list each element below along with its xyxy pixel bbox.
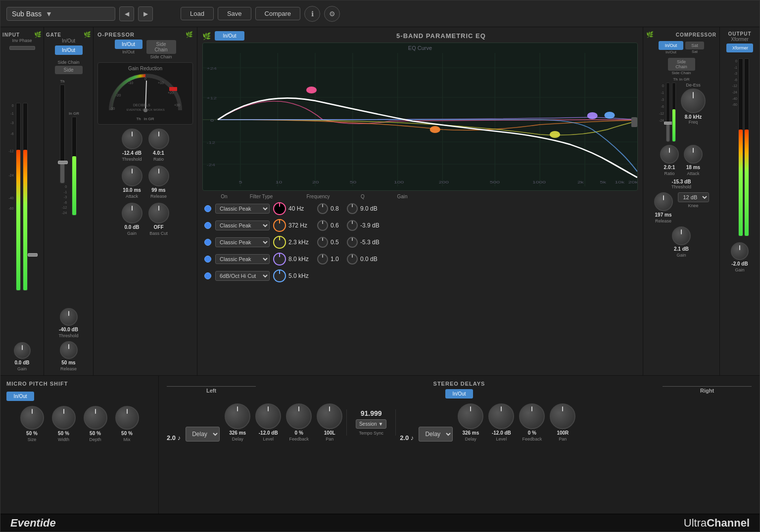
compare-button[interactable]: Compare: [255, 7, 300, 20]
left-delay-label: Delay: [232, 437, 243, 442]
opressor-ratio-label: Ratio: [153, 157, 164, 162]
eq-band3-freq-knob-icon: [273, 235, 286, 249]
svg-text:EVENTIDE CLOCK WORKS: EVENTIDE CLOCK WORKS: [127, 108, 165, 111]
opressor-gain-knob[interactable]: [122, 203, 142, 223]
compressor-knee-select[interactable]: 12 dB: [678, 192, 709, 202]
right-feedback-label: Feedback: [522, 437, 542, 442]
micro-pitch-mix-value: 50 %: [121, 431, 133, 436]
eq-band5-on-btn[interactable]: [204, 272, 211, 279]
eq-band1-gain-value: 9.0 dB: [360, 205, 385, 212]
comp-th-fader[interactable]: [666, 83, 670, 142]
eq-band5-filter-select[interactable]: 6dB/Oct Hi Cut: [215, 271, 270, 281]
left-delay-type-select[interactable]: Delay: [186, 427, 220, 442]
micro-pitch-inout-toggle[interactable]: In/Out: [6, 392, 34, 401]
stereo-delays-inout-toggle[interactable]: In/Out: [445, 389, 473, 399]
eq-band1-filter-select[interactable]: Classic Peak: [215, 204, 270, 214]
opressor-attack-knob[interactable]: [122, 166, 142, 186]
eq-band4-freq-knob-icon: [273, 252, 286, 266]
compressor-ratio-value: 2.0:1: [664, 165, 675, 170]
gate-inout-toggle[interactable]: In/Out: [55, 45, 83, 55]
opressor-ratio-knob[interactable]: [148, 129, 169, 149]
gate-release-knob[interactable]: [60, 341, 78, 359]
opressor-inout-toggle[interactable]: In/Out: [115, 40, 142, 49]
compressor-ratio-knob[interactable]: [660, 145, 679, 164]
preset-dropdown[interactable]: Sub Bass ▼: [6, 7, 115, 21]
eq-band4-gain-knob-icon: [346, 253, 358, 265]
right-level-knob[interactable]: [488, 403, 514, 429]
opressor-gain-value: 0.0 dB: [124, 224, 139, 230]
eq-band3-on-btn[interactable]: [204, 239, 211, 246]
micro-pitch-section: MICRO PITCH SHIFT In/Out 50 % Size 50 % …: [0, 376, 159, 514]
micro-pitch-size-knob[interactable]: [20, 406, 44, 430]
tempo-sync-arrow-icon: ▼: [379, 421, 383, 427]
micro-pitch-depth-knob[interactable]: [84, 406, 107, 430]
left-delay-value: 326 ms: [229, 430, 246, 436]
eq-band2-filter-select[interactable]: Classic Peak: [215, 221, 270, 230]
tempo-sync-btn[interactable]: Session ▼: [356, 419, 386, 429]
gate-threshold-value: -40.0 dB: [59, 327, 78, 332]
opressor-threshold-knob[interactable]: [122, 129, 142, 149]
svg-text:-30: -30: [110, 107, 115, 110]
micro-pitch-mix-knob[interactable]: [115, 406, 139, 430]
opressor-basscut-knob[interactable]: [148, 203, 169, 223]
opressor-release-knob[interactable]: [148, 166, 169, 186]
svg-text:NTC: NTC: [142, 112, 148, 113]
eq-inout-toggle[interactable]: In/Out: [215, 31, 244, 41]
compressor-gain-knob[interactable]: [672, 226, 691, 245]
compressor-sidechain-toggle[interactable]: Side Chain: [668, 58, 695, 71]
right-level-label: Level: [496, 437, 507, 442]
right-delay-type-select[interactable]: Delay: [419, 427, 453, 442]
eq-band2-on-btn[interactable]: [204, 222, 211, 229]
right-delay-knob[interactable]: [458, 403, 483, 429]
compressor-inout-toggle[interactable]: In/Out: [659, 41, 683, 50]
right-delay-label: Delay: [465, 437, 476, 442]
eq-band1-q-value: 0.8: [331, 205, 345, 212]
input-gain-knob[interactable]: [14, 342, 31, 359]
eq-band4-on-btn[interactable]: [204, 256, 211, 263]
compressor-sat-toggle[interactable]: Sat: [685, 42, 704, 49]
settings-button[interactable]: ⚙: [324, 6, 340, 22]
input-toggle[interactable]: [9, 46, 35, 50]
compressor-attack-knob[interactable]: [684, 145, 703, 164]
prev-preset-button[interactable]: ◀: [119, 6, 134, 21]
output-label: OUTPUT: [722, 31, 758, 37]
right-feedback-knob[interactable]: [519, 403, 545, 429]
input-fader-thumb[interactable]: [28, 253, 38, 257]
left-delay-knob[interactable]: [225, 403, 250, 429]
svg-point-48: [604, 112, 615, 119]
eq-band4-filter-select[interactable]: Classic Peak: [215, 254, 270, 264]
gate-threshold-knob[interactable]: [60, 308, 78, 326]
eq-band4-gain-value: 0.0 dB: [360, 256, 385, 263]
svg-text:20: 20: [312, 180, 319, 184]
next-preset-button[interactable]: ▶: [138, 6, 153, 21]
eq-band1-on-btn[interactable]: [204, 205, 211, 212]
input-section: INPUT 🌿 Inv Phase 0 -1 -3 -6 -12 -24: [0, 27, 44, 375]
eq-bands-table-container: On Filter Type Frequency Q Gain Classic …: [202, 194, 638, 284]
opressor-sidechain-toggle[interactable]: Side Chain: [146, 40, 176, 54]
output-gain-knob[interactable]: [731, 242, 749, 260]
right-pan-knob[interactable]: [550, 403, 575, 429]
preset-name: Sub Bass: [12, 10, 42, 18]
svg-text:2k: 2k: [577, 180, 584, 184]
output-xformer-toggle[interactable]: Xformer: [726, 44, 753, 52]
micro-pitch-width-knob[interactable]: [52, 406, 76, 430]
info-button[interactable]: ℹ: [304, 6, 320, 22]
eq-col-q: Q: [343, 194, 382, 199]
gate-sidechain-btn[interactable]: Side: [55, 66, 83, 74]
deess-freq-knob[interactable]: [681, 89, 706, 113]
eq-band3-filter-select[interactable]: Classic Peak: [215, 237, 270, 247]
svg-text:-10: -10: [128, 81, 133, 85]
left-level-knob[interactable]: [255, 403, 281, 429]
bottom-area: MICRO PITCH SHIFT In/Out 50 % Size 50 % …: [0, 375, 760, 514]
save-button[interactable]: Save: [218, 7, 251, 20]
gate-th-fader[interactable]: [60, 85, 65, 183]
svg-text:200: 200: [439, 180, 449, 184]
left-feedback-knob[interactable]: [286, 403, 312, 429]
deess-label: De-Ess: [681, 83, 706, 88]
output-section: OUTPUT Xformer Xformer 0-1-3-6-12-24-40-…: [720, 27, 760, 375]
load-button[interactable]: Load: [181, 7, 214, 20]
gate-ingr-fader[interactable]: [72, 117, 77, 216]
left-pan-knob[interactable]: [317, 403, 342, 429]
footer-brand: Eventide: [10, 517, 56, 530]
compressor-release-knob[interactable]: [654, 192, 673, 211]
